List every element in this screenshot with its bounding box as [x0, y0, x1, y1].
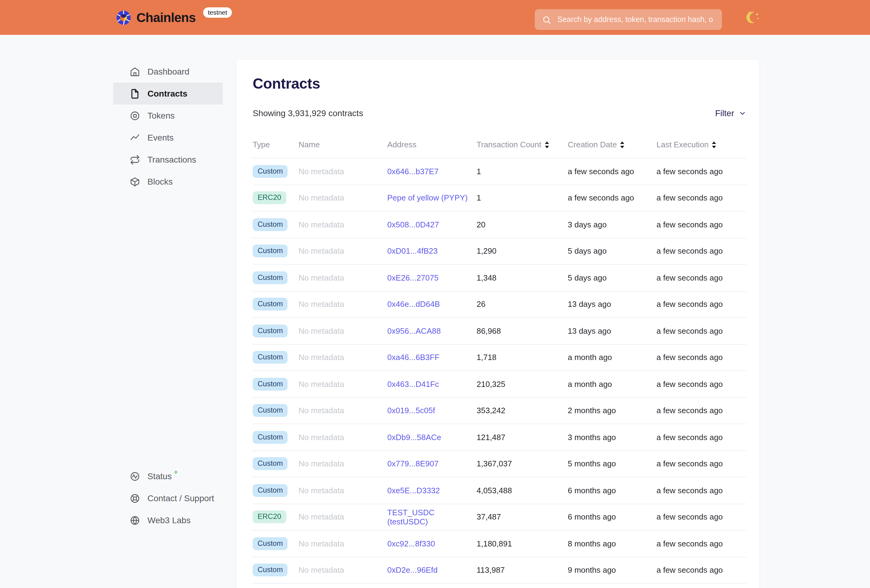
sidebar-footer: Status Contact / Support Web3 Labs — [113, 465, 223, 531]
contract-type-badge: ERC20 — [253, 511, 286, 524]
sidebar-item-contact-support[interactable]: Contact / Support — [113, 487, 223, 509]
contract-address-link[interactable]: 0xE26...27075 — [387, 273, 439, 282]
search-icon — [542, 15, 551, 24]
search-input[interactable] — [556, 15, 715, 24]
sidebar-item-status[interactable]: Status — [113, 465, 223, 487]
sort-toggle-icon[interactable] — [620, 141, 625, 148]
last-execution-cell: a few seconds ago — [657, 193, 746, 203]
contract-address-link[interactable]: 0x019...5c05f — [387, 406, 435, 415]
last-execution-cell: a few seconds ago — [657, 353, 746, 362]
contract-address-link[interactable]: 0xD2e...96Efd — [387, 566, 438, 575]
contract-address-link[interactable]: 0xDb9...58ACe — [387, 433, 441, 442]
address-cell: 0x646...b37E7 — [387, 167, 477, 176]
address-cell: 0x508...0D427 — [387, 220, 477, 229]
contract-address-link[interactable]: Pepe of yellow (PYPY) — [387, 193, 468, 203]
table-row: Custom No metadata 0x646...b37E7 1 a few… — [253, 158, 746, 185]
contract-address-link[interactable]: 0xD01...4fB23 — [387, 246, 438, 256]
column-header[interactable]: Creation Date — [568, 140, 657, 149]
table-row: ERC20 No metadata Pepe of yellow (PYPY) … — [253, 185, 746, 211]
last-execution-cell: a few seconds ago — [657, 566, 746, 575]
name-cell: No metadata — [299, 327, 387, 336]
contract-type-badge: Custom — [253, 378, 288, 391]
last-execution-cell: a few seconds ago — [657, 433, 746, 442]
contract-address-link[interactable]: 0xc92...8f330 — [387, 539, 435, 548]
home-icon — [130, 66, 140, 77]
last-execution-cell: a few seconds ago — [657, 300, 746, 309]
table-row: Custom No metadata 0x46e...dD64B 26 13 d… — [253, 291, 746, 318]
sidebar-nav: Dashboard Contracts Tokens Events T — [113, 61, 223, 193]
type-cell: Custom — [253, 457, 299, 470]
transaction-count-cell: 1,718 — [477, 353, 568, 362]
creation-date-cell: 6 months ago — [568, 512, 657, 522]
theme-toggle-button[interactable] — [742, 6, 765, 29]
creation-date-cell: 13 days ago — [568, 327, 657, 336]
sidebar-item-web3-labs[interactable]: Web3 Labs — [113, 509, 223, 531]
top-bar: Chainlens testnet — [0, 0, 870, 35]
sort-toggle-icon[interactable] — [712, 141, 717, 148]
creation-date-cell: 3 months ago — [568, 433, 657, 442]
last-execution-cell: a few seconds ago — [657, 167, 746, 176]
address-cell: 0xE26...27075 — [387, 273, 477, 282]
table-row: Custom No metadata 0x779...8E907 1,367,0… — [253, 451, 746, 477]
table-row: Custom No metadata 0xa46...6B3FF 1,718 a… — [253, 344, 746, 371]
filter-dropdown[interactable]: Filter — [715, 108, 746, 118]
contract-address-link[interactable]: 0x508...0D427 — [387, 220, 439, 229]
search-bar[interactable] — [535, 9, 722, 30]
creation-date-cell: 5 days ago — [568, 246, 657, 256]
name-cell: No metadata — [299, 512, 387, 522]
contract-type-badge: Custom — [253, 245, 288, 258]
sidebar-item-tokens[interactable]: Tokens — [113, 104, 223, 126]
sidebar-item-label: Transactions — [147, 154, 196, 165]
last-execution-cell: a few seconds ago — [657, 539, 746, 548]
sidebar-item-label: Web3 Labs — [147, 515, 191, 525]
sidebar-item-blocks[interactable]: Blocks — [113, 171, 223, 193]
transaction-count-cell: 353,242 — [477, 406, 568, 415]
creation-date-cell: 3 days ago — [568, 220, 657, 229]
name-cell: No metadata — [299, 193, 387, 203]
name-cell: No metadata — [299, 406, 387, 415]
contract-type-badge: Custom — [253, 325, 288, 337]
contract-address-link[interactable]: 0x779...8E907 — [387, 459, 439, 469]
contract-address-link[interactable]: 0xe5E...D3332 — [387, 486, 440, 495]
table-row: Custom No metadata 0xc92...8f330 1,180,8… — [253, 530, 746, 557]
column-header[interactable]: Address — [387, 140, 477, 149]
column-header[interactable]: Last Execution — [657, 140, 746, 149]
table-row: Custom No metadata 0xD01...4fB23 1,290 5… — [253, 238, 746, 265]
name-cell: No metadata — [299, 273, 387, 282]
contract-address-link[interactable]: 0x956...ACA88 — [387, 327, 441, 336]
name-cell: No metadata — [299, 459, 387, 469]
address-cell: 0x46e...dD64B — [387, 300, 477, 309]
sidebar-item-contracts[interactable]: Contracts — [113, 83, 223, 104]
brand-logo-link[interactable]: Chainlens testnet — [116, 0, 232, 35]
contract-address-link[interactable]: TEST_USDC (testUSDC) — [387, 508, 435, 526]
table-row: Custom No metadata 0xe5E...D3332 4,053,4… — [253, 477, 746, 504]
column-header[interactable]: Name — [299, 140, 387, 149]
name-cell: No metadata — [299, 246, 387, 256]
column-header[interactable]: Type — [253, 140, 299, 149]
sidebar-item-events[interactable]: Events — [113, 126, 223, 148]
transaction-count-cell: 1 — [477, 193, 568, 203]
last-execution-cell: a few seconds ago — [657, 327, 746, 336]
type-cell: Custom — [253, 564, 299, 577]
creation-date-cell: 5 days ago — [568, 273, 657, 282]
chainlens-logo-icon — [116, 10, 131, 25]
contract-address-link[interactable]: 0x46e...dD64B — [387, 300, 440, 309]
sidebar-item-transactions[interactable]: Transactions — [113, 148, 223, 171]
table-row: Custom No metadata 0xDb9...58ACe 121,487… — [253, 424, 746, 451]
type-cell: Custom — [253, 378, 299, 391]
last-execution-cell: a few seconds ago — [657, 220, 746, 229]
sidebar-item-dashboard[interactable]: Dashboard — [113, 61, 223, 83]
address-cell: 0xa46...6B3FF — [387, 353, 477, 362]
sort-toggle-icon[interactable] — [545, 141, 550, 148]
contract-type-badge: Custom — [253, 218, 288, 231]
contract-address-link[interactable]: 0x463...D41Fc — [387, 380, 439, 389]
name-cell: No metadata — [299, 539, 387, 548]
transaction-count-cell: 1 — [477, 167, 568, 176]
table-row: Custom No metadata 0x463...D41Fc 210,325… — [253, 371, 746, 398]
contract-address-link[interactable]: 0xa46...6B3FF — [387, 353, 439, 362]
creation-date-cell: 9 months ago — [568, 566, 657, 575]
contract-address-link[interactable]: 0x646...b37E7 — [387, 167, 439, 176]
name-cell: No metadata — [299, 433, 387, 442]
column-header[interactable]: Transaction Count — [477, 140, 568, 149]
table-row: Custom No metadata 0xE26...27075 1,348 5… — [253, 265, 746, 291]
